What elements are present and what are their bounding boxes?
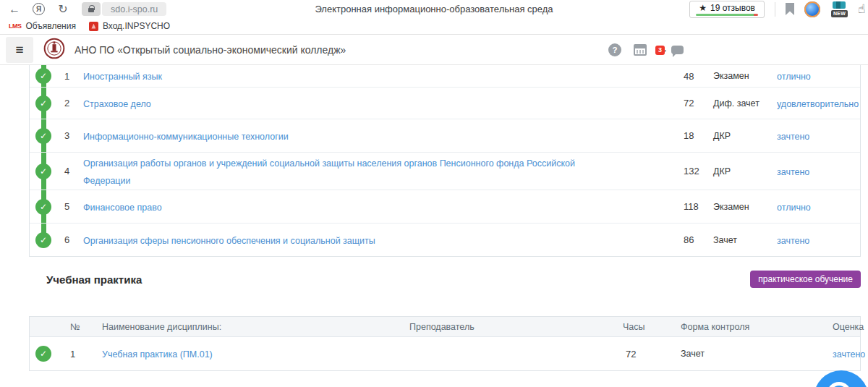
new-badge: NEW (831, 10, 848, 17)
row-number: 5 (57, 201, 83, 212)
row-number: 2 (57, 98, 83, 109)
course-control-form: ДКР (713, 166, 777, 177)
completed-check-icon: ✓ (35, 232, 51, 248)
reviews-rating-bar (696, 14, 758, 16)
course-link[interactable]: Страховое дело (83, 99, 151, 109)
col-header-grade: Оценка (804, 322, 864, 332)
calendar-icon[interactable] (634, 44, 647, 56)
col-header-hours: Часы (623, 322, 681, 332)
grade-link[interactable]: удовлетворительно (777, 99, 859, 109)
practice-table: № Наименование дисциплины: Преподаватель… (29, 316, 861, 371)
col-header-form: Форма контроля (681, 322, 804, 332)
course-control-form: Экзамен (713, 202, 777, 212)
completed-check-icon: ✓ (35, 199, 51, 215)
course-hours: 72 (681, 98, 713, 109)
back-icon[interactable]: ← (6, 3, 23, 16)
refresh-icon[interactable]: ↻ (54, 2, 72, 16)
divider (775, 2, 775, 17)
completed-check-icon: ✓ (35, 163, 51, 179)
course-link[interactable]: Организация сферы пенсионного обеспечени… (83, 236, 375, 246)
course-link[interactable]: Финансовое право (83, 203, 162, 213)
row-number: 3 (57, 130, 83, 141)
course-link[interactable]: Информационно-коммуникационные технологи… (83, 132, 289, 142)
table-row: ✓ 1 Учебная практика (ПМ.01) 72 Зачет за… (30, 337, 860, 370)
address-bar[interactable]: sdo.i-spo.ru (102, 2, 166, 16)
app-header: ≡ АНО ПО «Открытый социально-экономическ… (0, 35, 868, 65)
practice-type-badge: практическое обучение (750, 271, 861, 288)
help-icon[interactable]: ? (608, 43, 621, 56)
course-hours: 86 (681, 234, 713, 245)
course-control-form: Зачет (713, 235, 777, 245)
chat-widget-button[interactable] (814, 370, 868, 387)
reviews-label: 19 отзывов (710, 3, 755, 13)
chat-widget-icon (827, 382, 851, 387)
row-number: 6 (57, 234, 83, 245)
table-row: ✓ 2 Страховое дело 72 Диф. зачет удовлет… (30, 87, 860, 119)
lock-icon[interactable] (82, 2, 101, 16)
grade-link[interactable]: зачтено (777, 236, 809, 246)
course-control-form: Диф. зачет (713, 98, 777, 109)
course-hours: 72 (623, 349, 681, 360)
col-header-teacher: Преподаватель (409, 322, 623, 332)
col-header-name: Наименование дисциплины: (86, 322, 409, 332)
practice-section-header: Учебная практика практическое обучение (29, 268, 861, 290)
row-number: 1 (57, 71, 83, 82)
college-name: АНО ПО «Открытый социально-экономический… (75, 44, 346, 56)
menu-button[interactable]: ≡ (6, 37, 33, 63)
course-hours: 132 (681, 166, 713, 177)
completed-check-icon: ✓ (35, 128, 51, 144)
notification-count-badge: 3 (655, 46, 665, 55)
course-hours: 48 (681, 71, 713, 82)
col-header-num: № (57, 322, 86, 332)
header-icons: ? 3 (608, 43, 684, 56)
course-link[interactable]: Иностранный язык (83, 72, 162, 82)
grade-link[interactable]: зачтено (777, 132, 809, 142)
course-hours: 18 (681, 130, 713, 141)
completed-check-icon: ✓ (35, 346, 51, 362)
bookmark-icon[interactable] (786, 3, 794, 15)
grade-link[interactable]: отлично (777, 72, 811, 82)
bookmark-item-announcements[interactable]: LMS Объявления (4, 21, 80, 31)
table-row: ✓ 1 Иностранный язык 48 Экзамен отлично (30, 65, 860, 87)
browser-toolbar: ← Я ↻ sdo.i-spo.ru Электронная информаци… (0, 0, 868, 18)
course-control-form: ДКР (713, 131, 777, 141)
messages-icon[interactable] (671, 46, 684, 54)
table-row: ✓ 6 Организация сферы пенсионного обеспе… (30, 223, 860, 256)
extension-icon[interactable] (804, 1, 820, 17)
table-row: ✓ 3 Информационно-коммуникационные техно… (30, 119, 860, 152)
hand-cursor-icon[interactable]: ☝ (858, 1, 868, 17)
courses-table: ✓ 1 Иностранный язык 48 Экзамен отлично … (29, 65, 861, 257)
course-link[interactable]: Учебная практика (ПМ.01) (102, 349, 213, 360)
row-number: 4 (57, 166, 83, 177)
star-icon: ★ (699, 3, 707, 13)
course-hours: 118 (681, 201, 713, 212)
grade-link[interactable]: отлично (777, 203, 811, 213)
grade-link[interactable]: зачтено (833, 349, 865, 360)
completed-check-icon: ✓ (35, 95, 51, 111)
course-link[interactable]: Организация работы органов и учреждений … (83, 158, 575, 185)
bookmarks-bar: LMS Объявления Вход.INPSYCHO (0, 18, 868, 35)
bookmark-item-inpsycho[interactable]: Вход.INPSYCHO (85, 21, 174, 31)
table-row: ✓ 4 Организация работы органов и учрежде… (30, 152, 860, 190)
grade-link[interactable]: зачтено (777, 167, 809, 177)
course-control-form: Экзамен (713, 71, 777, 81)
inpsycho-favicon (89, 22, 98, 31)
section-title: Учебная практика (29, 273, 142, 286)
college-logo (43, 38, 65, 62)
completed-check-icon: ✓ (35, 68, 51, 84)
extension-new-icon[interactable]: NEW (830, 1, 848, 17)
reviews-button[interactable]: ★ 19 отзывов (689, 1, 765, 18)
yandex-icon[interactable]: Я (33, 3, 45, 15)
table-header-row: № Наименование дисциплины: Преподаватель… (30, 317, 860, 337)
row-number: 1 (57, 349, 86, 360)
table-row: ✓ 5 Финансовое право 118 Экзамен отлично (30, 190, 860, 223)
course-control-form: Зачет (681, 349, 804, 359)
browser-actions: ★ 19 отзывов NEW ☝ (689, 0, 868, 18)
lms-favicon: LMS (9, 22, 22, 30)
main-content: ✓ 1 Иностранный язык 48 Экзамен отлично … (29, 65, 861, 371)
